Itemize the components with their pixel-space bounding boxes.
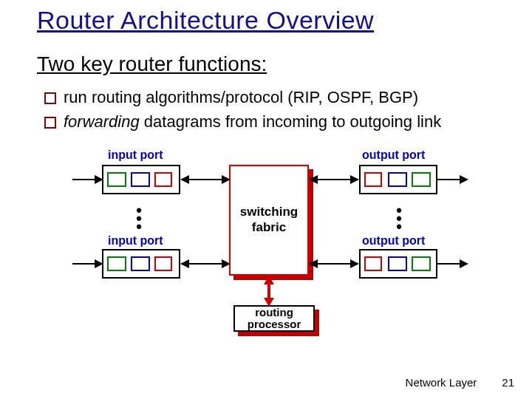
arrow-line-vertical: [267, 283, 270, 299]
port-stage-icon: [388, 256, 407, 271]
vertical-dots-icon: •••: [132, 208, 146, 232]
routing-processor-label: routingprocessor: [248, 307, 301, 330]
port-stage-icon: [388, 172, 407, 187]
routing-processor-box: routingprocessor: [233, 305, 315, 332]
port-stage-icon: [107, 172, 126, 187]
port-stage-icon: [364, 172, 382, 187]
arrow-line: [437, 179, 461, 180]
vertical-dots-icon: •••: [392, 208, 406, 232]
output-port-box: [359, 249, 437, 279]
switching-fabric-label: switchingfabric: [240, 205, 298, 235]
arrow-head-icon: [350, 259, 359, 268]
input-port-box: [102, 165, 180, 194]
bullet-text: forwarding datagrams from incoming to ou…: [64, 111, 507, 134]
bullet-text: run routing algorithms/protocol (RIP, OS…: [64, 86, 507, 109]
port-stage-icon: [412, 172, 431, 187]
arrow-line: [316, 179, 352, 180]
arrow-line: [437, 263, 461, 265]
port-stage-icon: [154, 256, 172, 271]
bullet-rest: datagrams from incoming to outgoing link: [140, 112, 441, 131]
port-stage-icon: [364, 256, 382, 271]
output-port-box: [359, 165, 437, 194]
arrow-line: [188, 179, 223, 180]
port-stage-icon: [131, 172, 150, 187]
bullet-item: run routing algorithms/protocol (RIP, OS…: [44, 86, 507, 109]
arrow-line: [72, 179, 96, 180]
bullet-item: forwarding datagrams from incoming to ou…: [44, 111, 507, 134]
router-diagram: input port input port output port output…: [72, 144, 471, 336]
footer-section: Network Layer: [406, 376, 477, 389]
bullet-icon: [44, 117, 56, 129]
switching-fabric-box: switchingfabric: [229, 165, 309, 276]
port-stage-icon: [412, 256, 431, 271]
input-port-box: [102, 249, 180, 279]
arrow-head-icon: [460, 175, 468, 184]
output-port-label: output port: [362, 149, 425, 162]
slide-title: Router Architecture Overview: [37, 6, 507, 35]
slide: Router Architecture Overview Two key rou…: [0, 0, 532, 399]
port-stage-icon: [107, 256, 126, 271]
slide-footer: Network Layer 21: [406, 376, 514, 389]
arrow-head-icon: [222, 175, 231, 184]
arrow-line: [316, 263, 352, 265]
bullet-list: run routing algorithms/protocol (RIP, OS…: [44, 86, 507, 134]
arrow-head-down-icon: [264, 298, 274, 307]
port-stage-icon: [154, 172, 172, 187]
arrow-head-icon: [350, 175, 359, 184]
slide-subtitle: Two key router functions:: [37, 52, 507, 76]
port-stage-icon: [131, 256, 150, 271]
input-port-label: input port: [108, 234, 163, 248]
output-port-label: output port: [362, 234, 425, 248]
arrow-line: [188, 263, 223, 265]
footer-page-number: 21: [502, 376, 514, 389]
input-port-label: input port: [108, 149, 163, 162]
arrow-head-icon: [222, 259, 231, 268]
bullet-icon: [44, 92, 56, 104]
arrow-line: [72, 263, 96, 265]
arrow-head-icon: [460, 259, 468, 268]
bullet-italic: forwarding: [64, 112, 140, 131]
